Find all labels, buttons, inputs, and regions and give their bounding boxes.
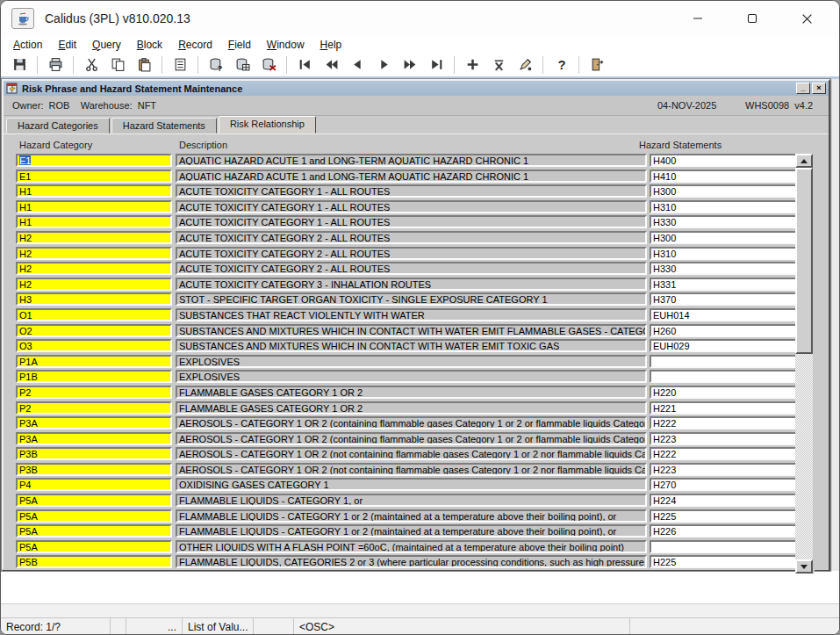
hazard-category-field[interactable]: E1 xyxy=(16,170,172,183)
description-field[interactable]: ACUTE TOXICITY CATEGORY 1 - ALL ROUTES xyxy=(176,184,647,198)
hazard-statement-field[interactable]: H270 xyxy=(650,478,802,491)
hazard-category-field[interactable]: H2 xyxy=(16,278,172,291)
edit-icon[interactable] xyxy=(169,54,191,76)
previous-record-icon[interactable] xyxy=(346,54,369,76)
hazard-category-field[interactable]: H2 xyxy=(16,231,172,244)
exit-icon[interactable] xyxy=(585,54,608,76)
hazard-statement-field[interactable] xyxy=(650,370,802,383)
hazard-statement-field[interactable]: H410 xyxy=(650,170,802,183)
menu-record[interactable]: Record xyxy=(173,39,218,51)
next-block-icon[interactable] xyxy=(398,54,421,76)
hazard-category-field[interactable]: E1 xyxy=(16,154,172,167)
hazard-statement-field[interactable]: H260 xyxy=(650,324,802,337)
description-field[interactable]: AQUATIC HAZARD ACUTE 1 and LONG-TERM AQU… xyxy=(176,154,647,167)
menu-block[interactable]: Block xyxy=(132,39,168,51)
description-field[interactable]: ACUTE TOXICITY CATEGORY 1 - ALL ROUTES xyxy=(176,200,647,213)
scrollbar-thumb[interactable] xyxy=(795,168,813,354)
menu-action[interactable]: Action xyxy=(8,39,47,51)
help-icon[interactable]: ? xyxy=(549,54,572,76)
hazard-statement-field[interactable]: H222 xyxy=(650,416,802,429)
hazard-statement-field[interactable]: H370 xyxy=(650,292,802,306)
execute-query-icon[interactable] xyxy=(231,54,254,76)
hazard-category-field[interactable]: P2 xyxy=(16,401,172,415)
hazard-statement-field[interactable]: H330 xyxy=(650,262,802,275)
description-field[interactable]: FLAMMABLE LIQUIDS - CATEGORY 1 or 2 (mai… xyxy=(176,509,647,523)
previous-block-icon[interactable] xyxy=(319,54,342,76)
description-field[interactable]: ACUTE TOXICITY CATEGORY 2 - ALL ROUTES xyxy=(176,262,647,275)
hazard-statement-field[interactable]: EUH029 xyxy=(650,339,802,352)
hazard-statement-field[interactable]: H330 xyxy=(650,215,802,228)
cut-icon[interactable] xyxy=(80,54,103,76)
hazard-statement-field[interactable]: H226 xyxy=(650,524,802,538)
hazard-category-field[interactable]: O1 xyxy=(16,308,172,321)
delete-record-icon[interactable] xyxy=(487,54,510,76)
hazard-category-field[interactable]: P3B xyxy=(16,463,172,476)
description-field[interactable]: SUBSTANCES AND MIXTURES WHICH IN CONTACT… xyxy=(176,324,647,337)
hazard-statement-field[interactable] xyxy=(650,355,802,368)
hazard-category-field[interactable]: H1 xyxy=(16,215,172,228)
hazard-category-field[interactable]: P5A xyxy=(16,540,172,553)
scroll-down-button[interactable] xyxy=(795,559,813,574)
menu-query[interactable]: Query xyxy=(87,39,126,51)
insert-record-icon[interactable] xyxy=(461,54,484,76)
hazard-category-field[interactable]: P3A xyxy=(16,432,172,445)
description-field[interactable]: EXPLOSIVES xyxy=(176,355,647,368)
description-field[interactable]: SUBSTANCES AND MIXTURES WHICH IN CONTACT… xyxy=(176,339,647,352)
hazard-category-field[interactable]: P3B xyxy=(16,447,172,460)
tab-hazard-statements[interactable]: Hazard Statements xyxy=(111,118,217,133)
hazard-statement-field[interactable]: H300 xyxy=(650,184,802,198)
hazard-statement-field[interactable]: H221 xyxy=(650,401,802,415)
hazard-category-field[interactable]: P1A xyxy=(16,355,172,368)
description-field[interactable]: FLAMMABLE LIQUIDS, CATEGORIES 2 or 3 (wh… xyxy=(176,555,647,568)
description-field[interactable]: AEROSOLS - CATEGORY 1 OR 2 (not containi… xyxy=(176,463,647,476)
hazard-category-field[interactable]: H3 xyxy=(16,292,172,306)
tab-hazard-categories[interactable]: Hazard Categories xyxy=(6,118,110,133)
hazard-category-field[interactable]: H1 xyxy=(16,200,172,213)
description-field[interactable]: AEROSOLS - CATEGORY 1 OR 2 (containing f… xyxy=(176,432,647,445)
hazard-statement-field[interactable] xyxy=(650,540,802,553)
hazard-category-field[interactable]: O3 xyxy=(16,339,172,352)
next-record-icon[interactable] xyxy=(372,54,395,76)
hazard-category-field[interactable]: P5A xyxy=(16,509,172,523)
copy-icon[interactable] xyxy=(106,54,129,76)
description-field[interactable]: SUBSTANCES THAT REACT VIOLENTLY WITH WAT… xyxy=(176,308,647,321)
vertical-scrollbar[interactable] xyxy=(795,154,815,574)
hazard-category-field[interactable]: O2 xyxy=(16,324,172,337)
hazard-statement-field[interactable]: H225 xyxy=(650,509,802,523)
first-record-icon[interactable] xyxy=(293,54,316,76)
close-button[interactable] xyxy=(779,1,834,36)
hazard-category-field[interactable]: P5B xyxy=(16,555,172,568)
hazard-statement-field[interactable]: H310 xyxy=(650,247,802,260)
hazard-category-field[interactable]: P1B xyxy=(16,370,172,383)
description-field[interactable]: FLAMMABLE GASES CATEGORY 1 OR 2 xyxy=(176,401,647,415)
description-field[interactable]: ACUTE TOXICITY CATEGORY 3 - INHALATION R… xyxy=(176,278,647,291)
enter-query-icon[interactable]: ? xyxy=(205,54,227,76)
form-minimize-button[interactable]: _ xyxy=(796,83,810,94)
hazard-statement-field[interactable]: H300 xyxy=(650,231,802,244)
description-field[interactable]: STOT - SPECIFIC TARGET ORGAN TOXICITY - … xyxy=(176,292,647,306)
description-field[interactable]: AEROSOLS - CATEGORY 1 OR 2 (not containi… xyxy=(176,447,647,460)
hazard-category-field[interactable]: H2 xyxy=(16,262,172,275)
hazard-statement-field[interactable]: H222 xyxy=(650,447,802,460)
hazard-statement-field[interactable]: H223 xyxy=(650,432,802,445)
save-icon[interactable] xyxy=(8,54,31,76)
hazard-category-field[interactable]: P5A xyxy=(16,524,172,538)
description-field[interactable]: OXIDISING GASES CATEGORY 1 xyxy=(176,478,647,491)
hazard-statement-field[interactable]: H220 xyxy=(650,386,802,399)
form-close-button[interactable]: × xyxy=(812,83,826,94)
cancel-query-icon[interactable] xyxy=(257,54,280,76)
description-field[interactable]: FLAMMABLE GASES CATEGORY 1 OR 2 xyxy=(176,386,647,399)
print-icon[interactable] xyxy=(44,54,67,76)
description-field[interactable]: AQUATIC HAZARD ACUTE 1 and LONG-TERM AQU… xyxy=(176,170,647,183)
menu-window[interactable]: Window xyxy=(262,39,310,51)
description-field[interactable]: OTHER LIQUIDS WITH A FLASH POINT =60oC, … xyxy=(176,540,647,553)
clear-record-icon[interactable] xyxy=(513,54,536,76)
hazard-statement-field[interactable]: H400 xyxy=(650,154,802,167)
hazard-statement-field[interactable]: H223 xyxy=(650,463,802,476)
hazard-category-field[interactable]: P5A xyxy=(16,494,172,507)
hazard-category-field[interactable]: P4 xyxy=(16,478,172,491)
description-field[interactable]: ACUTE TOXICITY CATEGORY 1 - ALL ROUTES xyxy=(176,215,647,228)
menu-help[interactable]: Help xyxy=(315,39,348,51)
minimize-button[interactable] xyxy=(671,1,725,36)
scroll-up-button[interactable] xyxy=(795,154,813,168)
